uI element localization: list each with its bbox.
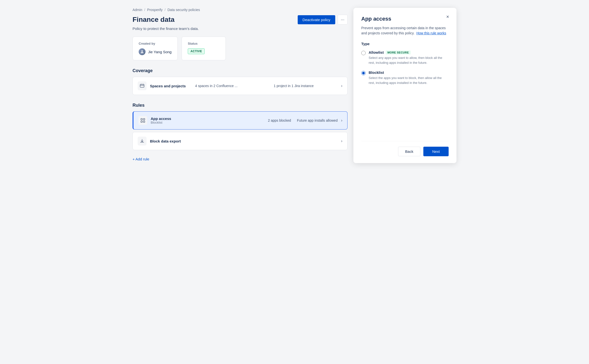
svg-point-0 [141,50,143,52]
panel-link[interactable]: How this rule works [416,31,446,35]
app-access-sub: Blocklist [151,121,265,124]
next-button[interactable]: Next [423,147,449,156]
status-badge: ACTIVE [188,48,205,54]
more-actions-button[interactable]: ··· [338,15,348,25]
blocklist-radio[interactable] [361,71,366,75]
created-by-card: Created by Jie Yang Song [133,37,178,60]
breadcrumb-admin[interactable]: Admin [133,8,142,12]
allowlist-radio[interactable] [361,51,366,55]
app-access-name: App access [151,117,265,121]
app-access-chevron-icon: › [341,118,342,123]
rules-list: App access Blocklist 2 apps blocked Futu… [133,111,348,150]
svg-rect-3 [143,118,145,120]
breadcrumb: Admin / Prosperify / Data security polic… [133,8,348,12]
app-access-icon [138,116,147,125]
blocklist-option: Blocklist Select the apps you want to bl… [361,70,449,85]
allowlist-label-block: Allowlist MORE SECURE Select any apps yo… [369,50,449,65]
panel-close-button[interactable]: × [444,13,452,21]
coverage-section-title: Coverage [133,68,348,73]
blocklist-label-block: Blocklist Select the apps you want to bl… [369,70,449,85]
rules-section-title: Rules [133,103,348,108]
blocklist-label[interactable]: Blocklist [369,70,384,75]
status-label: Status [188,42,220,45]
coverage-chevron-icon: › [341,84,342,88]
block-export-info: Block data export [150,139,338,143]
coverage-card[interactable]: Spaces and projects 4 spaces in 2 Conflu… [133,77,348,95]
panel-footer: Back Next [361,141,449,156]
svg-rect-4 [141,121,142,122]
coverage-detail-2: 1 project in 1 Jira instance [274,84,337,88]
panel-description: Prevent apps from accessing certain data… [361,26,449,36]
panel-title: App access [361,16,449,22]
coverage-icon [138,81,147,90]
avatar [139,48,146,55]
breadcrumb-prosperify[interactable]: Prosperify [147,8,163,12]
allowlist-label[interactable]: Allowlist [369,50,384,54]
allowlist-desc: Select any apps you want to allow, then … [369,55,449,65]
allowlist-option: Allowlist MORE SECURE Select any apps yo… [361,50,449,65]
blocklist-label-row: Blocklist [369,70,449,75]
blocklist-desc: Select the apps you want to block, then … [369,76,449,85]
coverage-detail-1: 4 spaces in 2 Confluence ... [195,84,259,88]
panel-type-title: Type [361,42,449,46]
header-actions: Deactivate policy ··· [298,15,348,25]
app-access-stat2: Future app installs allowed [297,118,338,122]
avatar-image [139,48,146,55]
add-rule-button[interactable]: + Add rule [133,155,348,163]
block-export-chevron-icon: › [341,139,342,143]
status-value: ACTIVE [188,48,220,54]
deactivate-policy-button[interactable]: Deactivate policy [298,15,335,24]
breadcrumb-policies[interactable]: Data security policies [168,8,200,12]
created-by-value: Jie Yang Song [139,48,172,55]
page-description: Policy to protect the finance team's dat… [133,26,348,31]
status-card: Status ACTIVE [182,37,226,60]
app-access-panel: × App access Prevent apps from accessing… [353,8,456,163]
coverage-name: Spaces and projects [150,84,192,88]
page-title: Finance data [133,16,174,24]
page-header: Finance data Deactivate policy ··· [133,15,348,25]
info-cards: Created by Jie Yang Song Status [133,37,348,60]
rule-item-block-export[interactable]: Block data export › [133,132,348,150]
rule-item-app-access[interactable]: App access Blocklist 2 apps blocked Futu… [133,111,348,130]
svg-rect-2 [141,118,142,120]
creator-name: Jie Yang Song [148,50,172,54]
svg-rect-5 [143,121,145,122]
app-access-stat1: 2 apps blocked [268,118,291,122]
back-button[interactable]: Back [398,147,420,156]
breadcrumb-sep-1: / [144,8,145,12]
breadcrumb-sep-2: / [165,8,166,12]
allowlist-label-row: Allowlist MORE SECURE [369,50,449,54]
block-export-icon [138,137,147,145]
created-by-label: Created by [139,42,172,45]
svg-rect-1 [140,84,144,87]
app-access-stats: 2 apps blocked Future app installs allow… [268,118,338,122]
app-access-info: App access Blocklist [151,117,265,124]
add-rule-label: + Add rule [133,157,149,161]
secure-badge: MORE SECURE [386,51,411,54]
block-export-name: Block data export [150,139,338,143]
